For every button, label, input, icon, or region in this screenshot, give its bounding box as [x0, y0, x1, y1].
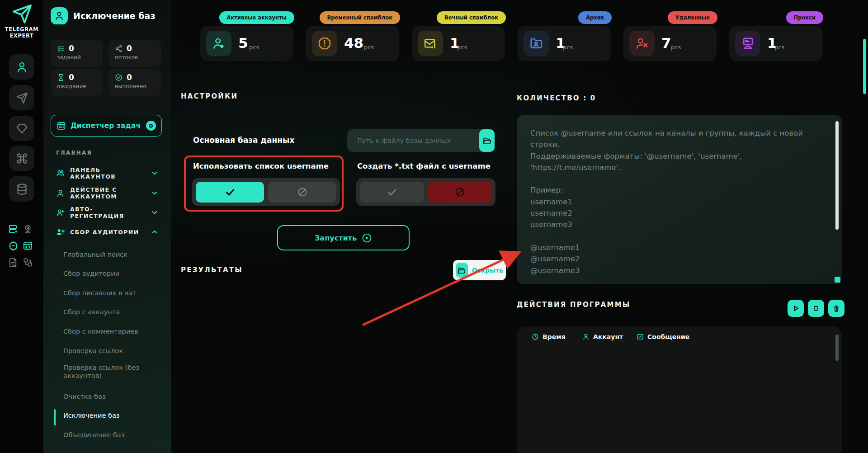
card-archive[interactable]: Архив 1 pcs	[518, 26, 611, 61]
submenu-item[interactable]: Проверка ссылок	[63, 347, 161, 355]
task-manager-label: Диспетчер задач	[71, 122, 142, 130]
brand-line2: EXPERT	[0, 33, 43, 39]
trash-icon	[832, 304, 840, 312]
textarea-placeholder: Список @username или ссылок на каналы и …	[530, 127, 828, 284]
telegram-expert-logo-icon	[11, 3, 33, 24]
check-circle-icon	[115, 74, 123, 81]
code-window-icon	[23, 241, 33, 251]
rail-tool-report[interactable]	[8, 257, 19, 268]
card-badge: Активные аккаунты	[219, 11, 295, 24]
card-proxy[interactable]: Прокси 1 pcs	[729, 26, 822, 61]
card-unit: pcs	[774, 44, 784, 51]
card-badge: Временный спамблок	[320, 11, 400, 24]
submenu-item[interactable]: Проверка ссылок (без аккаунтов)	[63, 363, 152, 380]
rail-item-accounts[interactable]	[9, 54, 34, 80]
menu-item-label: АВТО-РЕГИСТРАЦИЯ	[70, 206, 146, 219]
card-perm-spamblock[interactable]: Вечный спамблок 1 pcs	[412, 26, 505, 61]
textarea-scrollbar[interactable]	[835, 121, 839, 230]
log-title: ДЕЙСТВИЯ ПРОГРАММЫ	[517, 301, 631, 309]
people-icon	[56, 169, 65, 178]
command-icon	[16, 152, 28, 165]
stat-value: 0	[127, 73, 132, 82]
archive-folder-icon	[524, 31, 549, 56]
menu-item-audience-collect[interactable]: СБОР АУДИТОРИИ	[56, 225, 158, 239]
rail-tool-webcam[interactable]	[22, 223, 33, 235]
stat-waiting: 0 ожидание	[51, 69, 103, 96]
proxy-icon	[735, 31, 760, 56]
log-play-button[interactable]	[788, 300, 804, 317]
page-icon	[51, 7, 68, 24]
chevron-down-icon	[151, 209, 158, 216]
play-icon	[792, 304, 800, 312]
menu-section-label: ГЛАВНАЯ	[56, 150, 92, 156]
clock-icon	[532, 333, 539, 340]
col-label: Время	[542, 333, 566, 340]
submenu-item[interactable]: Сбор писавших в чат	[63, 289, 161, 297]
folder-open-icon	[456, 263, 468, 278]
stat-label: потоков	[115, 54, 161, 61]
rail-item-database[interactable]	[9, 176, 34, 202]
card-badge: Архив	[578, 11, 612, 24]
menu-item-accounts-panel[interactable]: ПАНЕЛЬ АККАУНТОВ	[56, 166, 158, 180]
submenu-item[interactable]: Очистка баз	[63, 392, 161, 401]
create-txt-no-button[interactable]	[428, 182, 492, 203]
folder-open-icon	[483, 137, 491, 145]
highlight-rectangle-annotation	[184, 156, 344, 212]
user-x-icon	[629, 31, 655, 56]
submenu-item[interactable]: Объединение баз	[63, 431, 161, 439]
open-results-button[interactable]: Открыть	[453, 260, 506, 280]
rail-tool-settings[interactable]	[8, 240, 19, 251]
browse-db-button[interactable]	[479, 129, 495, 152]
count-title: КОЛИЧЕСТВО : 0	[517, 94, 596, 102]
rail-tool-swap[interactable]	[22, 257, 33, 268]
rail-item-premium[interactable]	[9, 116, 34, 141]
menu-item-label: СБОР АУДИТОРИИ	[70, 229, 146, 236]
col-label: Сообщение	[647, 333, 689, 340]
log-stop-button[interactable]	[808, 300, 824, 317]
person-icon	[56, 189, 65, 198]
person-icon	[16, 61, 28, 73]
results-title: РЕЗУЛЬТАТЫ	[181, 266, 243, 274]
log-clear-button[interactable]	[828, 300, 844, 317]
brand-name: TELEGRAM EXPERT	[0, 26, 43, 39]
create-txt-label: Создать *.txt файл с username	[357, 162, 491, 170]
submenu-item[interactable]: Сбор с аккаунта	[63, 308, 161, 316]
submenu-item-active[interactable]: Исключение баз	[63, 411, 161, 420]
message-icon	[637, 333, 644, 340]
rail-tool-code[interactable]	[22, 240, 33, 251]
col-label: Аккаунт	[593, 333, 623, 340]
card-temp-spamblock[interactable]: Временный спамблок 48 pcs	[306, 26, 399, 61]
list-check-icon	[57, 45, 65, 52]
stat-threads: 0 потоков	[108, 40, 161, 67]
rail-item-sender[interactable]	[9, 85, 34, 110]
submenu-item[interactable]: Сбор с комментариев	[63, 327, 161, 335]
submenu-item[interactable]: Глобальный поиск	[63, 250, 161, 259]
card-deleted[interactable]: Удаленные 7 pcs	[623, 26, 717, 61]
card-badge: Удаленные	[668, 11, 717, 24]
rail-tool-server[interactable]	[8, 223, 19, 235]
create-txt-yes-button[interactable]	[360, 182, 424, 203]
col-account: Аккаунт	[582, 326, 623, 347]
log-scrollbar[interactable]	[835, 335, 839, 361]
person-icon	[54, 11, 64, 21]
share-nodes-icon	[115, 45, 123, 52]
page-scrollbar[interactable]	[863, 39, 866, 94]
task-manager-button[interactable]: Диспетчер задач 0	[51, 115, 162, 137]
submenu-item[interactable]: Сбор аудитории	[63, 269, 161, 278]
stat-value: 0	[69, 73, 74, 82]
run-button[interactable]: Запустить	[277, 225, 410, 250]
db-path-input[interactable]	[347, 129, 479, 152]
card-active-accounts[interactable]: Активные аккаунты 5 pcs	[200, 26, 293, 61]
sidebar: Исключение баз 0 заданий 0 потоков 0 ожи…	[43, 0, 171, 453]
rail-item-commands[interactable]	[9, 146, 34, 171]
menu-item-auto-registration[interactable]: АВТО-РЕГИСТРАЦИЯ	[56, 206, 158, 219]
username-list-textarea[interactable]: Список @username или ссылок на каналы и …	[517, 115, 842, 284]
textarea-resize-grip[interactable]	[835, 277, 840, 283]
menu-item-account-action[interactable]: ДЕЙСТВИЕ С АККАУНТОМ	[56, 186, 158, 200]
brand-line1: TELEGRAM	[0, 26, 43, 33]
db-path-field	[347, 129, 495, 152]
webcam-person-icon	[23, 224, 33, 234]
stop-icon	[812, 304, 820, 312]
card-unit: pcs	[249, 44, 259, 51]
server-check-icon	[8, 224, 19, 234]
